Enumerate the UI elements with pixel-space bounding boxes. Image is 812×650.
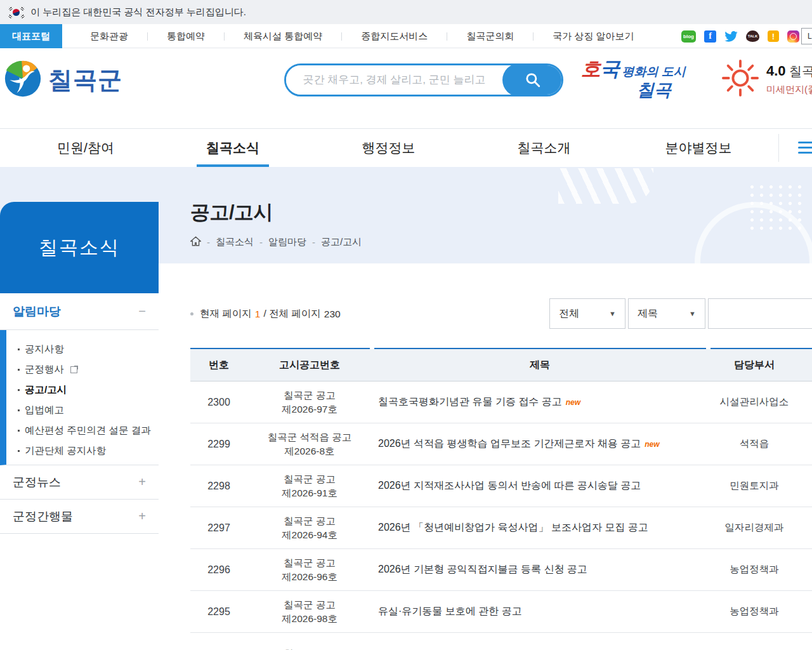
page-info: 현재 페이지 1 / 전체 페이지 230 [190,307,341,321]
fine-dust-status: 미세먼지(좋음) [766,84,812,96]
top-link-council[interactable]: 칠곡군의회 [447,30,533,43]
gnb-about[interactable]: 칠곡소개 [514,129,574,167]
instagram-icon[interactable] [787,30,799,43]
breadcrumb: - 칠곡소식 - 알림마당 - 공고/고시 [190,236,362,248]
twitter-icon[interactable] [724,30,738,43]
collapse-minus-icon: − [138,304,146,319]
col-header-dept: 담당부서 [708,359,801,372]
search-button[interactable] [502,63,563,96]
chevron-down-icon: ▼ [689,310,696,317]
naver-blog-icon[interactable]: blog [681,30,696,43]
sidebar-item-legislation[interactable]: 입법예고 [18,400,159,420]
table-row[interactable]: 2297 칠곡군 공고제2026-94호 2026년 「청년예비창업가 육성사업… [190,507,812,549]
notice-title-link: 2026년 지적재조사사업 동의서 반송에 따른 공시송달 공고 [378,480,641,491]
notice-title-link: 2026년 기본형 공익직접지불금 등록 신청 공고 [378,564,587,574]
total-page-number: 230 [324,308,341,320]
top-tab-bar: 대표포털 문화관광 통합예약 체육시설 통합예약 종합지도서비스 칠곡군의회 국… [0,24,812,48]
korea-flag-icon [9,7,24,18]
sidebar-item-events[interactable]: 군정행사 [18,359,159,380]
logo-text: 칠곡군 [48,64,122,96]
search-input[interactable] [286,65,502,95]
gnb-divider [778,134,779,162]
weather-temp: 4.0 [766,63,786,79]
current-page-number: 1 [255,308,261,320]
notice-title-link: 칠곡호국평화기념관 유물 기증 접수 공고 [378,396,562,407]
search-field-select[interactable]: 제목▼ [628,298,705,329]
new-badge: new [645,440,659,449]
table-row[interactable]: 2295 칠곡군 공고제2026-98호 유실·유기동물 보호에 관한 공고ne… [190,591,812,633]
banner-stripes-decoration [558,168,653,204]
col-header-title: 제목 [372,359,708,372]
kakaotalk-icon[interactable]: TALK [746,30,759,42]
table-row[interactable]: 2299 칠곡군 석적읍 공고제2026-8호 2026년 석적읍 평생학습 업… [190,423,812,465]
sidebar-item-budget-survey[interactable]: 예산편성 주민의견 설문 결과 [18,420,159,441]
breadcrumb-item[interactable]: 칠곡소식 [216,236,254,248]
sidebar-title: 칠곡소식 [0,202,159,293]
category-select[interactable]: 전체▼ [549,298,625,329]
notice-title-link: 2026년 석적읍 평생학습 업무보조 기간제근로자 채용 공고 [378,438,641,449]
sidebar-section-alert[interactable]: 알림마당 − [0,293,159,330]
sun-icon [722,60,759,99]
top-links: 문화관광 통합예약 체육시설 통합예약 종합지도서비스 칠곡군의회 국가 상징 … [71,24,653,48]
gnb-minwon[interactable]: 민원/참여 [51,129,121,167]
weather-widget: 4.0 칠곡군 미세먼지(좋음) [722,60,812,99]
logo-mark-icon [4,60,42,100]
sidebar-submenu: 공지사항 군정행사 공고/고시 입법예고 예산편성 주민의견 설문 결과 기관단… [0,330,159,465]
gnb-chilgok-news[interactable]: 칠곡소식 [197,129,269,167]
gov-banner-text: 이 누리집은 대한민국 공식 전자정부 누리집입니다. [30,6,246,18]
board-search-input[interactable] [708,298,812,329]
new-badge: new [566,398,580,407]
top-link-sports[interactable]: 체육시설 통합예약 [225,30,341,43]
expand-plus-icon: + [138,475,146,489]
kakaostory-icon[interactable]: ! [768,30,779,42]
city-slogan: 호국 평화의 도시 칠곡 [581,58,683,100]
table-row[interactable]: 2300 칠곡군 공고제2026-97호 칠곡호국평화기념관 유물 기증 접수 … [190,381,812,423]
breadcrumb-item[interactable]: 알림마당 [268,236,306,248]
breadcrumb-item[interactable]: 공고/고시 [321,236,362,248]
notice-title-link: 2026년 「청년예비창업가 육성사업」 보조사업자 모집 공고 [378,522,648,533]
search-bar [284,63,563,96]
slogan-chilgok: 칠곡 [581,81,683,100]
external-link-icon [70,366,77,373]
search-icon [525,72,541,88]
home-icon[interactable] [190,236,201,248]
notice-board-table: 번호 고시공고번호 제목 담당부서 2300 칠곡군 공고제2026-97호 칠… [190,348,812,650]
site-logo[interactable]: 칠곡군 [4,60,122,100]
tab-main-portal[interactable]: 대표포털 [0,24,62,48]
gnb-sector-info[interactable]: 분야별정보 [661,129,736,167]
notice-title-link: 유실·유기동물 보호에 관한 공고 [378,606,522,616]
table-header-row: 번호 고시공고번호 제목 담당부서 [190,348,812,381]
sidebar-item-notice[interactable]: 공지사항 [18,339,159,359]
table-row[interactable]: 2296 칠곡군 공고제2026-96호 2026년 기본형 공익직접지불금 등… [190,549,812,591]
social-links: blog f TALK ! [681,24,799,48]
sidebar-section-publications[interactable]: 군정간행물 + [0,500,159,534]
menu-hamburger-icon[interactable] [798,142,812,154]
gov-banner: 이 누리집은 대한민국 공식 전자정부 누리집입니다. [0,0,812,24]
chevron-down-icon: ▼ [609,310,616,317]
col-header-gosi: 고시공고번호 [247,359,372,372]
language-button[interactable]: LANGUAGE [801,28,812,44]
sidebar-item-gonggo[interactable]: 공고/고시 [18,380,159,400]
expand-plus-icon: + [138,509,146,524]
info-bullet [190,312,193,315]
slogan-city: 평화의 도시 [622,65,685,78]
page: 이 누리집은 대한민국 공식 전자정부 누리집입니다. 대표포털 문화관광 통합… [0,0,812,650]
gnb-admin-info[interactable]: 행정정보 [358,129,419,167]
col-header-no: 번호 [190,359,247,372]
top-link-symbols[interactable]: 국가 상징 알아보기 [534,30,653,43]
slogan-hoguk: 호 [581,58,600,80]
table-row[interactable]: 2298 칠곡군 공고제2026-91호 2026년 지적재조사사업 동의서 반… [190,465,812,507]
weather-location: 칠곡군 [789,64,812,78]
top-link-map[interactable]: 종합지도서비스 [342,30,447,43]
slogan-guk: 국 [600,58,619,80]
global-nav: 민원/참여 칠곡소식 행정정보 칠곡소개 분야별정보 [0,129,812,167]
facebook-icon[interactable]: f [704,30,716,43]
site-header: 칠곡군 호국 평화의 도시 칠곡 [0,48,812,129]
page-title: 공고/고시 [190,199,273,226]
sidebar-section-news[interactable]: 군정뉴스 + [0,465,159,500]
top-link-reservation[interactable]: 통합예약 [148,30,224,43]
top-link-culture[interactable]: 문화관광 [71,30,147,43]
sidebar-item-org-notice[interactable]: 기관단체 공지사항 [18,441,159,461]
table-row-partial[interactable]: 칠곡군 공고 [190,633,812,650]
